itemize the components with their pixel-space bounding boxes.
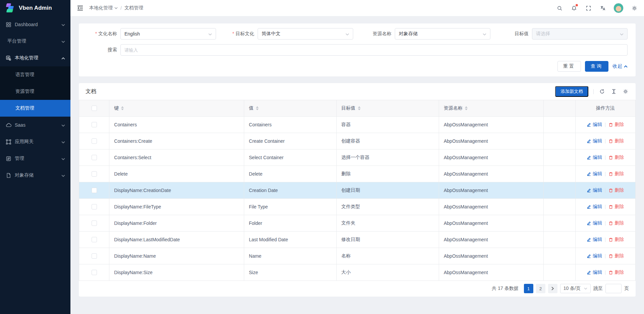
cell-empty <box>544 199 576 215</box>
cell-target: 删除 <box>337 166 439 182</box>
edit-button[interactable]: 编辑 <box>587 171 602 177</box>
delete-button[interactable]: 删除 <box>608 154 624 161</box>
settings-icon[interactable] <box>622 88 629 95</box>
collapse-toggle[interactable]: 收起 <box>612 63 628 69</box>
translate-icon[interactable] <box>599 4 606 12</box>
edit-button[interactable]: 编辑 <box>587 122 602 128</box>
chevron-down-icon <box>208 31 212 37</box>
edit-button[interactable]: 编辑 <box>587 204 602 210</box>
edit-button[interactable]: 编辑 <box>587 253 602 259</box>
query-button[interactable]: 查询 <box>585 61 608 72</box>
reset-button[interactable]: 重置 <box>557 61 581 72</box>
edit-button[interactable]: 编辑 <box>587 220 602 226</box>
chevron-up-icon <box>61 55 65 61</box>
table-header-bar: 文档 添加新文档 <box>79 83 636 100</box>
app-logo[interactable]: Vben Admin <box>0 0 70 16</box>
edit-button[interactable]: 编辑 <box>587 154 602 161</box>
delete-button[interactable]: 删除 <box>608 122 624 128</box>
gear-icon[interactable] <box>631 4 638 12</box>
row-checkbox[interactable] <box>92 188 97 193</box>
sidebar-item-saas[interactable]: Saas <box>0 117 70 133</box>
delete-button[interactable]: 删除 <box>608 220 624 226</box>
sidebar-item-localization[interactable]: 本地化管理 <box>0 50 70 66</box>
select-all-checkbox[interactable] <box>92 106 97 111</box>
breadcrumb-separator: / <box>120 5 122 11</box>
edit-button[interactable]: 编辑 <box>587 138 602 144</box>
gateway-icon <box>5 139 11 145</box>
delete-button[interactable]: 删除 <box>608 237 624 243</box>
sidebar-item-document-management[interactable]: 文档管理 <box>0 100 70 117</box>
search-input[interactable] <box>120 44 628 56</box>
row-checkbox[interactable] <box>92 237 97 242</box>
next-page-button[interactable] <box>548 284 557 293</box>
bell-icon[interactable] <box>570 4 578 12</box>
sort-icon[interactable] <box>256 106 259 110</box>
jump-page-input[interactable] <box>605 284 622 293</box>
sliders-icon <box>5 155 11 162</box>
column-height-icon[interactable] <box>610 88 617 95</box>
row-checkbox[interactable] <box>92 138 97 144</box>
sidebar-item-platform[interactable]: 平台管理 <box>0 33 70 50</box>
sidebar-item-dashboard[interactable]: Dashboard <box>0 16 70 33</box>
row-checkbox[interactable] <box>92 171 97 177</box>
page-size-select[interactable]: 10 条/页 <box>560 284 591 293</box>
menu-fold-icon[interactable] <box>76 4 84 12</box>
page-button-1[interactable]: 1 <box>524 284 533 293</box>
page-button-2[interactable]: 2 <box>536 284 545 293</box>
add-document-button[interactable]: 添加新文档 <box>555 86 588 97</box>
delete-button[interactable]: 删除 <box>608 138 624 144</box>
column-header-value[interactable]: 值 <box>244 100 337 117</box>
cell-empty <box>544 264 576 281</box>
row-checkbox[interactable] <box>92 253 97 259</box>
sidebar-item-gateway[interactable]: 应用网关 <box>0 133 70 150</box>
vben-logo-icon <box>5 3 15 13</box>
delete-button[interactable]: 删除 <box>608 204 624 210</box>
cell-value: Creation Date <box>244 182 337 199</box>
target-value-select[interactable]: 请选择 <box>532 28 628 40</box>
search-icon[interactable] <box>556 4 563 12</box>
trash-icon <box>608 155 613 160</box>
fullscreen-icon[interactable] <box>585 4 592 12</box>
sidebar-item-management[interactable]: 管理 <box>0 150 70 167</box>
sort-icon[interactable] <box>465 106 468 110</box>
table-row: Containers:Create Create Container 创建容器 … <box>79 133 636 149</box>
resource-name-select[interactable]: 对象存储 <box>395 28 490 40</box>
app-title: Vben Admin <box>19 5 52 11</box>
sidebar-item-language-management[interactable]: 语言管理 <box>0 66 70 83</box>
search-label: 搜索 <box>87 47 117 53</box>
refresh-icon[interactable] <box>599 88 605 95</box>
row-checkbox[interactable] <box>92 221 97 226</box>
sidebar-item-resource-management[interactable]: 资源管理 <box>0 83 70 100</box>
delete-button[interactable]: 删除 <box>608 269 624 275</box>
row-checkbox[interactable] <box>92 204 97 209</box>
edit-button[interactable]: 编辑 <box>587 187 602 193</box>
sidebar-item-object-storage[interactable]: 对象存储 <box>0 167 70 184</box>
cell-resource: AbpOssManagement <box>439 199 544 215</box>
cell-target: 文件类型 <box>337 199 439 215</box>
breadcrumb-parent[interactable]: 本地化管理 <box>89 5 118 11</box>
trash-icon <box>608 139 613 143</box>
delete-button[interactable]: 删除 <box>608 253 624 259</box>
cell-key: DisplayName:Name <box>109 248 244 264</box>
edit-button[interactable]: 编辑 <box>587 237 602 243</box>
edit-button[interactable]: 编辑 <box>587 269 602 275</box>
chevron-down-icon <box>61 139 65 144</box>
target-culture-select[interactable]: 简体中文 <box>258 28 353 40</box>
column-header-key[interactable]: 键 <box>109 100 244 117</box>
cell-target: 创建容器 <box>337 133 439 149</box>
culture-name-select[interactable]: English <box>120 28 216 40</box>
column-header-resource[interactable]: 资源名称 <box>439 100 544 117</box>
row-checkbox[interactable] <box>92 270 97 275</box>
filter-culture-name: 文化名称 English <box>87 28 216 40</box>
pagination: 共 17 条数据 1 2 10 条/页 跳至 页 <box>79 281 636 297</box>
row-checkbox[interactable] <box>92 122 97 127</box>
avatar[interactable] <box>613 3 624 13</box>
column-header-target[interactable]: 目标值 <box>337 100 439 117</box>
sort-icon[interactable] <box>121 106 124 110</box>
cell-resource: AbpOssManagement <box>439 232 544 248</box>
delete-button[interactable]: 删除 <box>608 171 624 177</box>
delete-button[interactable]: 删除 <box>608 187 624 193</box>
row-checkbox[interactable] <box>92 155 97 160</box>
chevron-down-icon <box>61 39 65 44</box>
sort-icon[interactable] <box>358 106 361 110</box>
